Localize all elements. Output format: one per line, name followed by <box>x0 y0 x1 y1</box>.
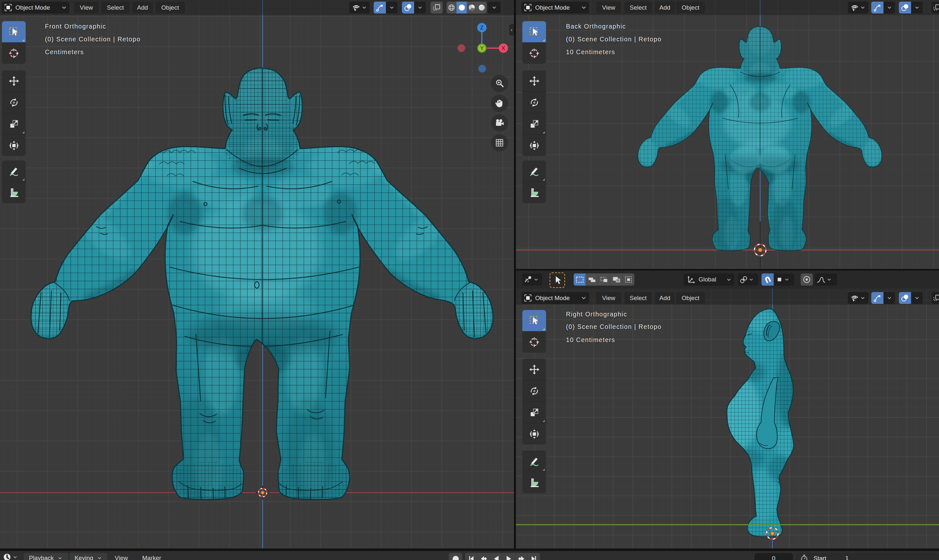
svg-text:Z: Z <box>480 25 483 31</box>
svg-text:Y: Y <box>480 46 484 51</box>
svg-text:X: X <box>502 46 505 51</box>
